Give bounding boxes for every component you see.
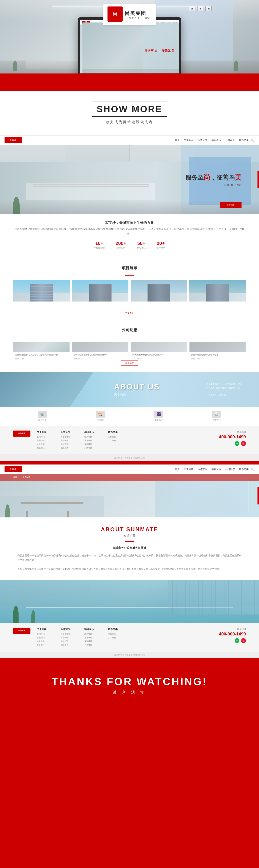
partner-2: 🏗️ 产业园区	[96, 411, 105, 422]
news-title: 公司动态	[0, 327, 259, 333]
wp2-footer-col-projects: 项目展示 北京项目 上海项目 深圳项目 广州项目	[84, 628, 102, 647]
news-grid: 尚美集团新项目正式启动，打造城市高端商务综合体 2024-01-15 公司荣获年…	[0, 342, 259, 358]
thanks-subtitle: 谢 谢 观 赏	[0, 690, 259, 695]
wp1-nav-business[interactable]: 业务范围	[198, 138, 207, 142]
news-date-2: 2024-01-10	[72, 358, 128, 361]
bottom-divider	[0, 658, 259, 663]
wp2-nav-project[interactable]: 项目展示	[212, 468, 221, 471]
partner-label-1: 联合办公	[38, 418, 46, 422]
hero-social-icons: ▣ ▣ ▣	[189, 6, 212, 11]
news-text-2: 公司荣获年度最佳办公空间服务商称号	[72, 352, 128, 358]
search-icon[interactable]: 🔍	[251, 138, 255, 142]
laptop-screen: 尚美 首页 关于尚美 业务范围 项目展示 公司动态 联系尚美	[78, 17, 181, 80]
breadcrumb-home[interactable]: 首页	[13, 476, 17, 479]
news-text-4: 集团年终总结表彰大会圆满结束	[189, 352, 246, 358]
partner-label-3: 商业地产	[155, 418, 162, 422]
wp1-nav-contact[interactable]: 联系尚美	[239, 138, 249, 142]
wp1-projects-section: 项目展示	[0, 266, 259, 322]
partner-4: 📊 投资顾问	[212, 411, 221, 422]
news-img-3	[131, 342, 187, 352]
logo-icon: 尚	[108, 6, 122, 22]
project-card-3[interactable]	[131, 280, 187, 302]
hero-icon-1[interactable]: ▣	[189, 6, 195, 11]
wp2-nav-links[interactable]: 首页 关于尚美 业务范围 项目展示 公司动态 联系尚美	[175, 468, 249, 471]
hero-section: 尚 尚美集团 SUN MAIT GROUP ▣ ▣ ▣ 尚美 首页 关于尚美 业…	[0, 0, 259, 91]
stat-cities: 20+ 合作城市	[156, 241, 165, 249]
wp1-intro-section: 写字楼，最城市向上生长的力量 现代写字楼已成为城市风景线的重要组成部分,一栋栋高…	[0, 214, 259, 260]
wp1-hero-cta[interactable]: 了解更多	[220, 202, 242, 208]
footer-logo: 尚美集团	[13, 431, 30, 437]
wp1-nav-news[interactable]: 公司动态	[225, 138, 235, 142]
wechat-icon[interactable]: W	[234, 441, 239, 446]
news-date-3: 2024-01-05	[131, 358, 187, 361]
website-preview-1: 尚美集团 首页 关于尚美 业务范围 项目展示 公司动态 联系尚美 🔍	[0, 135, 259, 461]
wp2-footer-col-business: 业务范围 写字楼租赁 办公装修 物业管理 配套服务	[61, 628, 78, 647]
wp2-weibo-icon[interactable]: 微	[241, 638, 246, 643]
news-card-4[interactable]: 集团年终总结表彰大会圆满结束 2023-12-28	[189, 342, 246, 352]
wp1-hero-text: 服务至尚，征善鸟美 400-900-1499	[185, 173, 242, 187]
wp2-footer-logo: 尚美集团	[13, 628, 30, 634]
wp2-red-sidebar	[258, 487, 259, 504]
about-title-en: ABOUT US	[114, 382, 160, 392]
wp1-intro-text: 现代写字楼已成为城市风景线的重要组成部分,一栋栋高耸的写字楼不仅是城市繁荣的象征…	[13, 227, 246, 236]
hero-icon-2[interactable]: ▣	[197, 6, 203, 11]
news-card-2[interactable]: 公司荣获年度最佳办公空间服务商称号 2024-01-10	[72, 342, 128, 352]
news-card-1[interactable]: 尚美集团新项目正式启动，打造城市高端商务综合体 2024-01-15	[13, 342, 70, 352]
laptop-screen-content: 服务至 尚 ，征善鸟 美 写字楼，最城市向上生长的力量	[80, 25, 179, 78]
projects-more-btn[interactable]: 更多项目	[121, 310, 138, 315]
hero-icon-3[interactable]: ▣	[206, 6, 212, 11]
wp2-footer-col-contact: 联系尚美 在线留言 人才招聘	[108, 628, 125, 647]
wp1-nav-project[interactable]: 项目展示	[212, 138, 221, 142]
footer-links: 关于尚美 公司介绍 发展历程 企业文化 社会责任 业务范围 写字楼租赁 办公装修…	[37, 431, 125, 450]
wp2-nav-home[interactable]: 首页	[175, 468, 180, 471]
partner-label-2: 产业园区	[97, 418, 104, 422]
weibo-icon[interactable]: 微	[241, 441, 246, 446]
svg-text:尚: 尚	[113, 11, 117, 17]
partner-icon-1: 🏢	[38, 411, 47, 417]
wp2-breadcrumb: 首页 > 关于尚美	[0, 474, 259, 481]
wp1-nav-home[interactable]: 首页	[175, 138, 180, 142]
about-desc: 尚美集团专注于为企业提供高端办公空间解决方案，致力于打造一流的商务环境 「服务至…	[207, 382, 242, 396]
breadcrumb-about[interactable]: 关于尚美	[23, 476, 30, 479]
wp2-nav-contact[interactable]: 联系尚美	[239, 468, 249, 471]
wp1-footer-bottom: 版权所有 © 尚美集团 保留所有权利	[0, 455, 259, 461]
footer-phone-number: 400-900-1499	[219, 434, 246, 439]
laptop-text-part1: 服务至	[145, 49, 154, 53]
news-date-1: 2024-01-15	[13, 358, 70, 361]
about-underline	[125, 541, 134, 541]
wp1-nav: 尚美集团 首页 关于尚美 业务范围 项目展示 公司动态 联系尚美 🔍	[0, 135, 259, 145]
wp2-pool-bg	[0, 580, 259, 623]
wp2-search-icon[interactable]: 🔍	[251, 467, 255, 471]
wp2-nav-business[interactable]: 业务范围	[198, 468, 207, 471]
partners-section: 🏢 联合办公 🏗️ 产业园区 🌆 商业地产 📊 投资顾问	[0, 407, 259, 426]
news-more-btn[interactable]: 更多动态	[121, 361, 138, 366]
brand-logo: 尚 尚美集团 SUN MAIT GROUP	[103, 4, 156, 25]
wp2-footer-links: 关于尚美 公司介绍 发展历程 企业文化 社会责任 业务范围 写字楼租赁 办公装修…	[37, 628, 125, 647]
wp2-footer-bottom: 版权所有 © 尚美集团 保留所有权利	[0, 652, 259, 658]
project-card-1[interactable]	[13, 280, 70, 302]
wp2-hero: 首页 > 关于尚美	[0, 474, 259, 518]
show-more-section: SHOW MORE 致力成为网站建设领先者	[0, 91, 259, 135]
wp2-nav-about[interactable]: 关于尚美	[184, 468, 193, 471]
stat-clients: 200+ 服务客户	[115, 241, 126, 249]
news-date-4: 2023-12-28	[189, 358, 246, 361]
wp1-hero-banner: 服务至尚，征善鸟美 400-900-1499 了解更多	[0, 145, 259, 214]
brand-name-en: SUN MAIT GROUP	[125, 17, 151, 19]
partner-label-4: 投资顾问	[213, 418, 221, 422]
wp1-nav-links[interactable]: 首页 关于尚美 业务范围 项目展示 公司动态 联系尚美	[175, 138, 249, 142]
section-divider	[0, 461, 259, 464]
about-sub-title: 高端商务办公室服务首要誉	[17, 546, 242, 550]
copyright-text: 版权所有 © 尚美集团 保留所有权利	[114, 457, 145, 459]
wp2-wechat-icon[interactable]: W	[234, 638, 239, 643]
wp2-nav-news[interactable]: 公司动态	[225, 468, 235, 471]
news-card-3[interactable]: 尚美集团战略合作签约仪式隆重举行 2024-01-05	[131, 342, 187, 352]
project-card-2[interactable]	[72, 280, 128, 302]
partner-icon-4: 📊	[212, 411, 221, 417]
footer-col-projects: 项目展示 北京项目 上海项目 深圳项目 广州项目	[84, 431, 102, 450]
partner-icon-2: 🏗️	[96, 411, 105, 417]
project-card-4[interactable]	[189, 280, 246, 302]
project-grid	[0, 280, 259, 308]
show-more-title: SHOW MORE	[92, 101, 167, 117]
wp1-nav-about[interactable]: 关于尚美	[184, 138, 193, 142]
wp1-footer: 尚美集团 关于尚美 公司介绍 发展历程 企业文化 社会责任 业务范围 写字楼租赁…	[0, 426, 259, 455]
